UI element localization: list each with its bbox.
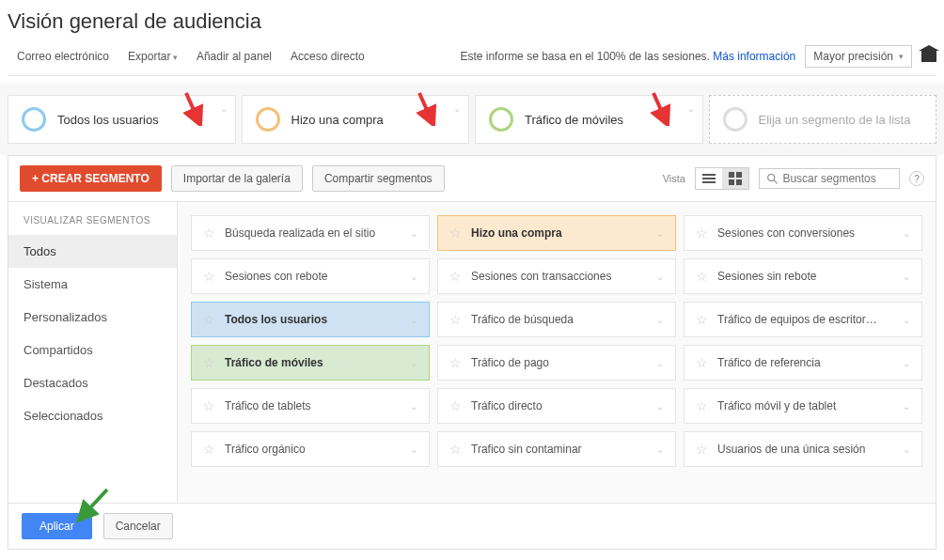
segment-name: Hizo una compra [471,226,647,240]
add-panel-link[interactable]: Añadir al panel [187,46,281,67]
more-info-link[interactable]: Más información [713,50,795,63]
segment-card[interactable]: ☆Tráfico móvil y de tablet⌄ [684,388,922,424]
list-view-button[interactable] [696,168,722,189]
segment-card[interactable]: ☆Tráfico de tablets⌄ [191,388,430,424]
email-link[interactable]: Correo electrónico [8,46,118,67]
star-icon[interactable]: ☆ [203,226,215,241]
segment-card[interactable]: ☆Tráfico de búsqueda⌄ [437,302,676,337]
chevron-down-icon[interactable]: ⌄ [903,228,910,239]
star-icon[interactable]: ☆ [696,312,708,327]
chevron-down-icon[interactable]: ⌄ [656,358,664,368]
export-dropdown[interactable]: Exportar [118,46,187,67]
cancel-button[interactable]: Cancelar [103,513,173,539]
toolbar: Correo electrónico Exportar Añadir al pa… [8,45,936,76]
apply-button[interactable]: Aplicar [22,513,92,539]
segment-name: Tráfico de equipos de escritor… [717,313,893,326]
star-icon[interactable]: ☆ [449,398,462,413]
star-icon[interactable]: ☆ [203,442,215,457]
precision-dropdown[interactable]: Mayor precisión [805,45,912,68]
star-icon[interactable]: ☆ [203,355,215,370]
star-icon[interactable]: ☆ [696,226,708,241]
chevron-down-icon[interactable]: ⌄ [903,272,910,282]
chevron-down-icon: ⌄ [453,103,461,114]
segment-card[interactable]: ☆Todos los usuarios⌄ [191,302,430,337]
segment-card[interactable]: ☆Sesiones con conversiones⌄ [684,215,922,251]
education-icon[interactable] [921,51,936,62]
active-segments-bar: Todos los usuarios⌄Hizo una compra⌄Tráfi… [0,84,944,155]
add-segment-placeholder[interactable]: Elija un segmento de la lista [709,95,937,144]
star-icon[interactable]: ☆ [696,355,708,370]
segment-card[interactable]: ☆Tráfico directo⌄ [437,388,676,424]
segment-card[interactable]: ☆Hizo una compra⌄ [437,215,676,251]
star-icon[interactable]: ☆ [449,269,462,284]
chevron-down-icon[interactable]: ⌄ [903,401,910,412]
search-box[interactable] [759,168,900,189]
segment-card[interactable]: ☆Tráfico de móviles⌄ [191,345,430,381]
star-icon[interactable]: ☆ [203,269,215,284]
chevron-down-icon[interactable]: ⌄ [410,444,417,455]
sidebar-item[interactable]: Seleccionados [8,399,177,432]
segment-name: Tráfico de móviles [225,356,401,369]
import-gallery-button[interactable]: Importar de la galería [171,165,303,192]
create-segment-button[interactable]: + CREAR SEGMENTO [20,165,162,192]
segment-name: Sesiones con conversiones [717,226,893,240]
star-icon[interactable]: ☆ [449,226,462,241]
segment-card[interactable]: ☆Tráfico orgánico⌄ [191,431,430,467]
chevron-down-icon[interactable]: ⌄ [903,315,910,325]
chevron-down-icon[interactable]: ⌄ [410,358,417,368]
star-icon[interactable]: ☆ [449,355,462,370]
segment-card[interactable]: ☆Tráfico de equipos de escritor…⌄ [684,302,922,337]
segments-panel: + CREAR SEGMENTO Importar de la galería … [8,155,936,550]
segment-card[interactable]: ☆Trafico sin contaminar⌄ [437,431,676,467]
chevron-down-icon[interactable]: ⌄ [656,315,664,325]
star-icon[interactable]: ☆ [203,398,215,413]
sidebar-item[interactable]: Compartidos [8,334,177,366]
segment-name: Tráfico directo [471,399,647,412]
svg-line-4 [774,179,778,183]
sidebar: VISUALIZAR SEGMENTOS TodosSistemaPersona… [8,202,178,503]
star-icon[interactable]: ☆ [696,398,708,413]
segment-label: Hizo una compra [291,113,384,127]
segment-card[interactable]: ☆Sesiones con transacciones⌄ [437,258,676,294]
star-icon[interactable]: ☆ [203,312,215,327]
segment-ring-icon [723,107,747,132]
star-icon[interactable]: ☆ [449,312,462,327]
sidebar-item[interactable]: Personalizados [8,301,177,334]
star-icon[interactable]: ☆ [696,269,708,284]
panel-toolbar: + CREAR SEGMENTO Importar de la galería … [8,156,936,202]
segment-label: Todos los usuarios [57,113,159,127]
chevron-down-icon[interactable]: ⌄ [903,444,910,455]
star-icon[interactable]: ☆ [696,442,708,457]
active-segment-chip[interactable]: Hizo una compra⌄ [242,95,470,144]
segment-card[interactable]: ☆Sesiones con rebote⌄ [191,258,430,294]
chevron-down-icon[interactable]: ⌄ [656,401,664,412]
segment-ring-icon [256,107,280,132]
help-icon[interactable]: ? [909,171,924,186]
chevron-down-icon[interactable]: ⌄ [656,272,664,282]
chevron-down-icon[interactable]: ⌄ [656,444,664,455]
segment-name: Búsqueda realizada en el sitio [225,226,401,240]
segment-card[interactable]: ☆Tráfico de referencia⌄ [684,345,922,381]
grid-view-button[interactable] [722,168,748,189]
chevron-down-icon[interactable]: ⌄ [410,315,417,325]
segment-card[interactable]: ☆Tráfico de pago⌄ [437,345,676,381]
active-segment-chip[interactable]: Todos los usuarios⌄ [8,95,236,144]
chevron-down-icon[interactable]: ⌄ [410,401,417,412]
chevron-down-icon[interactable]: ⌄ [903,358,910,368]
segment-card[interactable]: ☆Sesiones sin rebote⌄ [684,258,922,294]
chevron-down-icon[interactable]: ⌄ [656,228,664,239]
segment-card[interactable]: ☆Búsqueda realizada en el sitio⌄ [191,215,430,251]
share-segments-button[interactable]: Compartir segmentos [312,165,445,192]
chevron-down-icon[interactable]: ⌄ [410,272,417,282]
sidebar-item[interactable]: Todos [8,235,177,268]
star-icon[interactable]: ☆ [449,442,462,457]
segment-name: Trafico sin contaminar [471,443,647,456]
sidebar-item[interactable]: Destacados [8,366,177,399]
sidebar-item[interactable]: Sistema [8,268,177,301]
active-segment-chip[interactable]: Tráfico de móviles⌄ [475,95,703,144]
chevron-down-icon[interactable]: ⌄ [410,228,417,239]
segment-card[interactable]: ☆Usuarios de una única sesión⌄ [684,431,922,467]
search-input[interactable] [782,172,891,185]
shortcut-link[interactable]: Acceso directo [281,46,374,67]
svg-point-3 [768,174,775,180]
